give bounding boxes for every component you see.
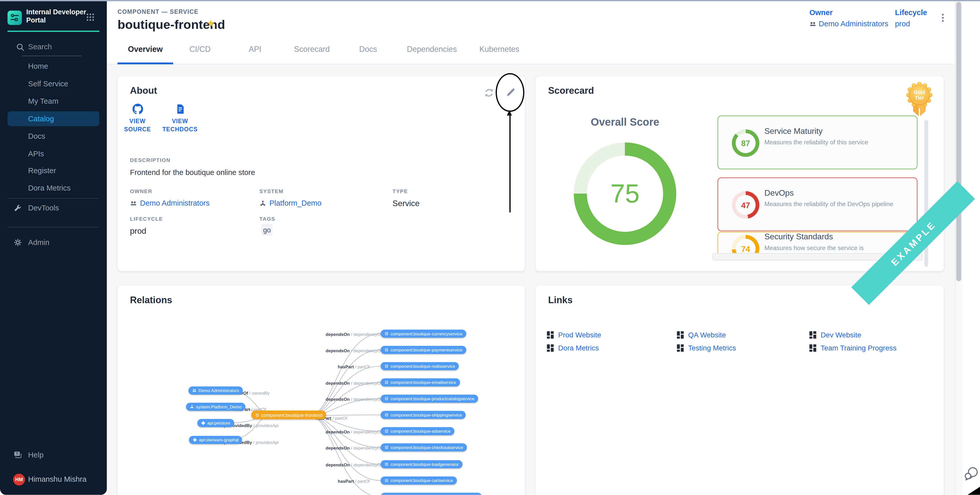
graph-node[interactable]: component:boutique-recommendationservice — [381, 493, 482, 495]
favorite-star-icon[interactable]: ★ — [206, 18, 215, 29]
link-dev-website[interactable]: Dev Website — [809, 331, 861, 339]
links-card: Links Prod WebsiteQA WebsiteDev WebsiteD… — [536, 286, 944, 495]
type-field-value: Service — [392, 199, 420, 208]
system-icon — [259, 200, 266, 207]
dashboard-tile-icon — [547, 331, 554, 339]
sidebar-item-admin[interactable]: Admin — [28, 238, 49, 247]
component-chip-icon — [385, 331, 389, 336]
chat-bubbles-icon[interactable] — [963, 466, 980, 482]
techdocs-icon — [175, 104, 186, 115]
user-name[interactable]: Himanshu Mishra — [28, 475, 86, 484]
edge-label: dependsOn / dependencyOf — [326, 446, 382, 450]
component-chip-icon — [385, 364, 389, 368]
component-chip-icon — [385, 413, 389, 417]
annotation-circle — [496, 73, 525, 112]
dashboard-tile-icon — [677, 331, 684, 339]
portal-logo[interactable] — [7, 11, 22, 25]
tab-bar: OverviewCI/CDAPIScorecardDocsDependencie… — [118, 41, 531, 64]
tab-dependencies[interactable]: Dependencies — [396, 41, 468, 64]
component-chip-icon — [385, 396, 389, 401]
graph-node[interactable]: api:starwars-graphql — [189, 436, 242, 444]
graph-node[interactable]: component:boutique-shippingservice — [381, 411, 466, 419]
apps-grid-icon[interactable] — [86, 13, 94, 21]
component-chip-icon — [385, 462, 389, 466]
score-value: 74 — [741, 244, 750, 253]
user-avatar[interactable]: HM — [13, 474, 25, 485]
page-scrollbar-thumb[interactable] — [956, 2, 961, 281]
overall-score-donut: 75 — [574, 143, 676, 245]
lifecycle-field-label: LIFECYCLE — [130, 216, 163, 222]
tab-overview[interactable]: Overview — [118, 41, 173, 64]
graph-node[interactable]: component:boutique-frontend — [251, 411, 326, 419]
view-techdocs-link[interactable]: VIEWTECHDOCS — [158, 104, 202, 133]
wrench-icon — [14, 204, 22, 212]
search-input[interactable]: Search — [16, 42, 91, 51]
score-card-3[interactable]: 74 Security Standards Measures how secur… — [718, 232, 918, 253]
tag-chip[interactable]: go — [261, 224, 273, 236]
view-source-link[interactable]: VIEWSOURCE — [116, 104, 159, 133]
graph-node[interactable]: component:boutique-checkoutservice — [381, 443, 467, 452]
score-title: DevOps — [764, 188, 794, 197]
link-prod-website[interactable]: Prod Website — [547, 331, 601, 339]
sidebar-item-help[interactable]: Help — [28, 450, 43, 459]
edge-label: hasPart / partOf — [338, 364, 370, 369]
group-icon — [809, 21, 816, 27]
sidebar-item-register[interactable]: Register — [28, 166, 56, 175]
graph-node[interactable]: component:boutique-cartservice — [381, 476, 457, 484]
app-viewport: Internal Developer Portal Search HomeSel… — [0, 0, 980, 495]
graph-node[interactable]: api:petstore — [197, 419, 234, 427]
graph-node-label: component:boutique-paymentservice — [391, 346, 462, 354]
link-dora-metrics[interactable]: Dora Metrics — [547, 344, 599, 352]
sidebar-item-apis[interactable]: APIs — [28, 150, 44, 158]
graph-node[interactable]: component:boutique-redisservice — [381, 362, 459, 370]
sidebar-item-self-service[interactable]: Self Service — [28, 80, 68, 88]
graph-node[interactable]: component:boutique-productcatalogservice — [381, 395, 478, 403]
score-card-2[interactable]: 47 DevOps Measures the reliability of th… — [718, 178, 918, 231]
score-desc: Measures the reliability of the DevOps p… — [764, 201, 893, 207]
sidebar-item-devtools[interactable]: DevTools — [28, 204, 59, 213]
relations-edges — [118, 286, 525, 495]
tab-ci-cd[interactable]: CI/CD — [173, 41, 227, 64]
refresh-icon[interactable] — [484, 88, 495, 98]
link-testing-metrics[interactable]: Testing Metrics — [677, 344, 736, 352]
owner-field-value[interactable]: Demo Administrators — [130, 199, 210, 207]
description-label: DESCRIPTION — [130, 157, 170, 163]
graph-node[interactable]: component:boutique-loadgenerator — [381, 460, 462, 468]
tab-kubernetes[interactable]: Kubernetes — [468, 41, 531, 64]
edge-label: dependsOn / dependencyOf — [326, 463, 382, 467]
tab-docs[interactable]: Docs — [340, 41, 396, 64]
score-card-1[interactable]: 87 Service Maturity Measures the reliabi… — [718, 116, 918, 169]
svg-text:Gold: Gold — [913, 89, 925, 95]
tags-field-label: TAGS — [259, 216, 275, 222]
score-title: Security Standards — [764, 232, 833, 241]
dashboard-tile-icon — [809, 331, 816, 339]
system-field-value[interactable]: Platform_Demo — [259, 199, 321, 207]
owner-value[interactable]: Demo Administrators — [809, 19, 888, 28]
link-team-training-progress[interactable]: Team Training Progress — [809, 344, 896, 352]
sidebar-item-home[interactable]: Home — [28, 62, 48, 70]
sidebar-item-catalog[interactable]: Catalog — [28, 115, 54, 123]
edge-label: dependsOn / dependencyOf — [326, 381, 382, 385]
graph-node[interactable]: component:boutique-currencyservice — [381, 329, 466, 337]
graph-node-label: component:boutique-adservice — [391, 427, 450, 435]
graph-node[interactable]: Demo Administrators — [189, 387, 243, 395]
link-qa-website[interactable]: QA Website — [677, 331, 726, 339]
graph-node[interactable]: component:boutique-emailservice — [381, 378, 460, 387]
links-heading: Links — [548, 294, 573, 305]
about-heading: About — [130, 85, 157, 96]
relations-card: Relations ownerOf / ownedByhasPart / par… — [118, 286, 525, 495]
search-icon — [16, 43, 24, 51]
tab-api[interactable]: API — [227, 41, 283, 64]
graph-node[interactable]: system:Platform_Demo — [186, 403, 245, 411]
graph-node[interactable]: component:boutique-paymentservice — [381, 346, 466, 354]
sidebar-item-dora-metrics[interactable]: Dora Metrics — [28, 184, 70, 192]
system-field-label: SYSTEM — [259, 188, 283, 194]
graph-node[interactable]: component:boutique-adservice — [381, 427, 454, 435]
kebab-menu-icon[interactable] — [938, 13, 947, 24]
system-icon — [190, 404, 194, 409]
sidebar-item-docs[interactable]: Docs — [28, 132, 45, 140]
score-value: 47 — [741, 200, 750, 210]
tab-scorecard[interactable]: Scorecard — [283, 41, 340, 64]
sidebar-item-my-team[interactable]: My Team — [28, 97, 59, 105]
description-value: Frontend for the boutique online store — [130, 168, 255, 177]
